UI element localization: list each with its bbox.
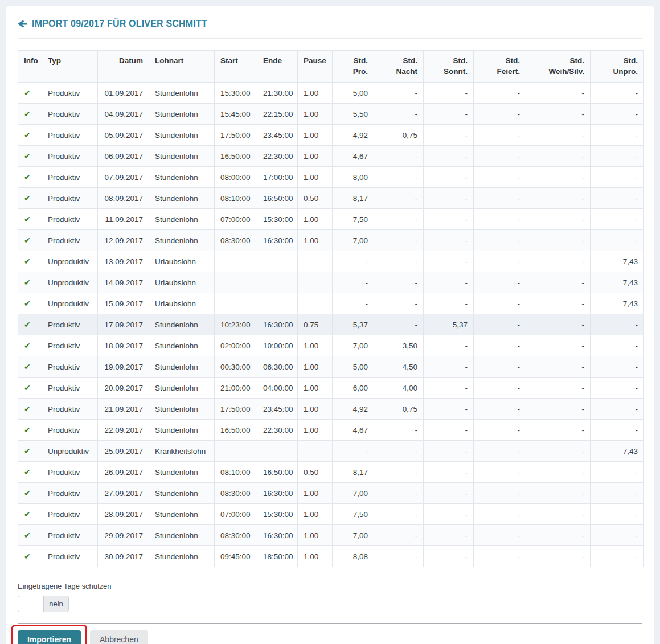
cell-std_weih: - [526,503,591,524]
cell-std_pro: 5,00 [333,356,374,377]
column-header-std_nacht: Std. Nacht [374,51,424,83]
cell-ende [257,251,298,272]
table-row: ✔Unproduktiv13.09.2017Urlaubslohn-----7,… [18,251,644,272]
cell-ende: 22:30:00 [257,145,298,166]
cell-std_unpro: 7,43 [591,440,644,461]
cell-std_sonnt: - [424,208,474,229]
cell-ende: 15:30:00 [257,503,298,524]
cell-info: ✔ [18,398,42,419]
cell-std_unpro: - [591,103,644,124]
table-row: ✔Produktiv01.09.2017Stundenlohn15:30:002… [18,82,644,103]
cell-std_feiert: - [474,356,526,377]
table-header-row: InfoTypDatumLohnartStartEndePauseStd. Pr… [18,51,644,83]
check-icon: ✔ [24,130,31,140]
cell-pause [298,272,333,293]
cell-pause: 1.00 [298,545,333,567]
cell-ende: 16:50:00 [257,461,298,482]
table-row: ✔Produktiv19.09.2017Stundenlohn00:30:000… [18,356,644,377]
cell-std_pro: 4,92 [333,124,374,145]
cell-std_weih: - [526,335,591,356]
cell-typ: Produktiv [42,187,98,208]
cell-pause: 1.00 [298,82,333,103]
cell-info: ✔ [18,229,42,251]
cell-ende: 06:30:00 [257,356,298,377]
check-icon: ✔ [24,467,31,477]
import-button[interactable]: Importieren [18,630,81,644]
column-header-start: Start [215,51,257,83]
check-icon: ✔ [24,320,31,329]
cell-pause: 1.00 [298,124,333,145]
cell-info: ✔ [18,356,42,377]
cancel-button[interactable]: Abbrechen [90,630,148,644]
cell-std_sonnt: - [424,272,474,293]
cell-std_weih: - [526,272,591,293]
cell-datum: 17.09.2017 [98,314,149,335]
cell-std_sonnt: - [424,461,474,482]
cell-std_pro: 5,37 [333,314,374,335]
cell-std_feiert: - [474,461,526,482]
cell-std_sonnt: - [424,166,474,187]
cell-datum: 08.09.2017 [98,187,149,208]
check-icon: ✔ [24,215,31,224]
cell-start: 00:30:00 [215,356,257,377]
cell-start: 17:50:00 [215,398,257,419]
cell-start: 09:45:00 [215,545,257,567]
cell-std_pro: 4,67 [333,419,374,440]
cell-std_weih: - [526,103,591,124]
cell-std_nacht: 0,75 [374,398,424,419]
cell-typ: Produktiv [42,419,98,440]
table-row: ✔Produktiv20.09.2017Stundenlohn21:00:000… [18,377,644,398]
cell-datum: 19.09.2017 [98,356,149,377]
cell-lohnart: Stundenlohn [149,377,215,398]
cell-typ: Produktiv [42,335,98,356]
cell-pause: 1.00 [298,524,333,545]
cell-typ: Unproduktiv [42,440,98,461]
cell-std_nacht: - [374,208,424,229]
cell-std_sonnt: - [424,187,474,208]
cell-lohnart: Stundenlohn [149,229,215,251]
protect-days-toggle[interactable]: nein [18,596,69,612]
cell-std_feiert: - [474,208,526,229]
cell-std_nacht: - [374,166,424,187]
column-header-typ: Typ [42,51,98,83]
cell-std_nacht: - [374,314,424,335]
back-arrow-icon[interactable] [18,20,27,28]
cell-start: 08:30:00 [215,524,257,545]
cell-ende [257,440,298,461]
cell-std_weih: - [526,440,591,461]
cell-std_sonnt: - [424,145,474,166]
cell-std_nacht: - [374,524,424,545]
cell-start: 08:10:00 [215,187,257,208]
cell-pause [298,440,333,461]
cell-std_unpro: - [591,145,644,166]
cell-std_unpro: - [591,335,644,356]
cell-std_sonnt: - [424,524,474,545]
content-card: IMPORT 09/2017 FÜR OLIVER SCHMITT InfoTy… [6,6,654,644]
cell-std_feiert: - [474,503,526,524]
cell-std_unpro: - [591,482,644,503]
cell-std_unpro: - [591,503,644,524]
action-buttons: Importieren Abbrechen [18,630,642,644]
cell-std_pro: - [333,251,374,272]
check-icon: ✔ [24,383,31,392]
cell-pause: 1.00 [298,208,333,229]
cell-datum: 22.09.2017 [98,419,149,440]
cell-std_nacht: - [374,503,424,524]
cell-std_unpro: - [591,314,644,335]
cell-lohnart: Stundenlohn [149,145,215,166]
cell-std_weih: - [526,82,591,103]
cell-std_nacht: - [374,251,424,272]
check-icon: ✔ [24,151,31,161]
cell-std_pro: 7,50 [333,208,374,229]
cell-start: 21:00:00 [215,377,257,398]
check-icon: ✔ [24,446,31,456]
table-row: ✔Unproduktiv15.09.2017Urlaubslohn-----7,… [18,293,644,314]
table-body: ✔Produktiv01.09.2017Stundenlohn15:30:002… [18,82,644,567]
cell-lohnart: Stundenlohn [149,187,215,208]
cell-lohnart: Krankheitslohn [149,440,215,461]
cell-std_sonnt: - [424,398,474,419]
column-header-std_unpro: Std. Unpro. [591,51,644,83]
cell-typ: Produktiv [42,314,98,335]
cell-datum: 13.09.2017 [98,251,149,272]
cell-datum: 01.09.2017 [98,82,149,103]
